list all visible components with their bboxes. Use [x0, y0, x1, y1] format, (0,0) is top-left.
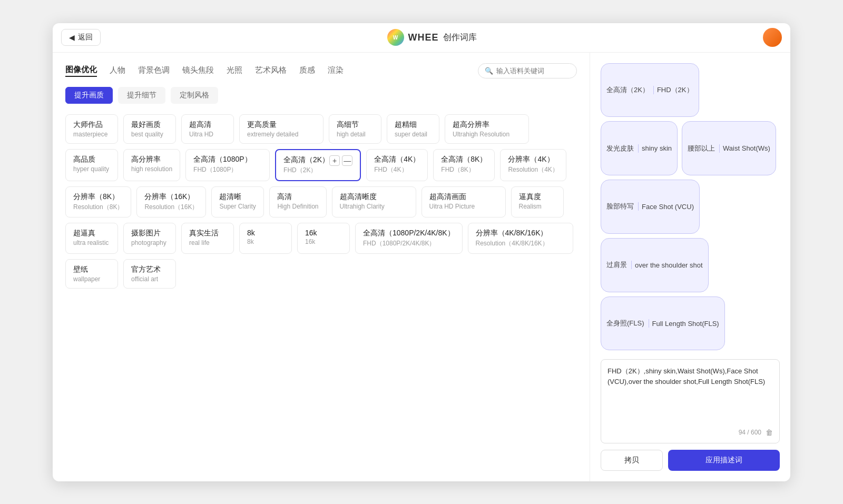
selected-tag-fhd2k-en[interactable]: FHD（2K）	[654, 83, 699, 97]
tag-res-multi[interactable]: 分辨率（4K/8K/16K） Resolution（4K/8K/16K）	[468, 223, 573, 254]
trash-icon[interactable]: 🗑	[766, 428, 773, 437]
tag-res-16k[interactable]: 分辨率（16K） Resolution（16K）	[136, 186, 206, 218]
tag-official-art[interactable]: 官方艺术 official art	[123, 259, 176, 289]
selected-tag-shoulder-en[interactable]: over the shoulder shot	[632, 259, 708, 271]
tag-fhd-1080p[interactable]: 全高清（1080P） FHD（1080P）	[185, 149, 270, 181]
tag-fhd-2k[interactable]: 全高清（2K） + — FHD（2K）	[275, 149, 361, 181]
selected-tag-waist-shot[interactable]: 腰部以上 Waist Shot(Ws)	[682, 121, 776, 175]
selected-tag-shiny-en[interactable]: shiny skin	[639, 142, 677, 154]
sub-tabs: 提升画质 提升细节 定制风格	[65, 87, 577, 104]
tag-ultra-hd[interactable]: 超高清 Uitra HD	[181, 114, 234, 144]
left-panel: 图像优化 人物 背景色调 镜头焦段 光照 艺术风格 质感 渲染 🔍 提升画质 提…	[53, 53, 590, 481]
tag-real-life[interactable]: 真实生活 real life	[181, 223, 234, 254]
selected-tag-fhd2k-cn[interactable]: 全高清（2K）	[601, 83, 653, 97]
back-button[interactable]: ◀ 返回	[61, 29, 101, 46]
tag-super-detail[interactable]: 超精细 super detail	[387, 114, 439, 144]
logo-text: WHEE	[408, 32, 439, 43]
tag-add-btn[interactable]: +	[329, 155, 340, 166]
tag-wallpaper[interactable]: 壁纸 wallpaper	[65, 259, 118, 289]
tag-high-def[interactable]: 高清 High Definition	[269, 186, 326, 218]
category-bg-tone[interactable]: 背景色调	[138, 65, 170, 76]
tag-ultrahigh-clarity[interactable]: 超高清晰度 Ultrahigh Clarity	[332, 186, 416, 218]
category-person[interactable]: 人物	[110, 65, 125, 76]
search-box: 🔍	[478, 63, 577, 78]
tag-fhd-2k-header: 全高清（2K） + —	[283, 155, 352, 166]
category-nav: 图像优化 人物 背景色调 镜头焦段 光照 艺术风格 质感 渲染 🔍	[65, 63, 577, 78]
header: ◀ 返回 W WHEE 创作词库	[53, 23, 790, 53]
tag-hyper-quality[interactable]: 高品质 hyper quality	[65, 149, 118, 181]
tag-photography[interactable]: 摄影图片 photography	[123, 223, 176, 254]
selected-tag-full-length[interactable]: 全身照(FLS) Full Length Shot(FLS)	[601, 297, 725, 351]
category-lighting[interactable]: 光照	[227, 65, 242, 76]
tags-grid: 大师作品 masterpiece 最好画质 best quality 超高清 U…	[65, 114, 577, 289]
prompt-area: FHD（2K）,shiny skin,Waist Shot(Ws),Face S…	[601, 359, 780, 443]
tag-remove-btn[interactable]: —	[342, 155, 352, 166]
tag-high-res[interactable]: 高分辨率 high resolution	[123, 149, 180, 181]
back-arrow-icon: ◀	[69, 33, 75, 42]
selected-tag-fhd2k[interactable]: 全高清（2K） FHD（2K）	[601, 63, 699, 117]
tag-high-detail[interactable]: 高细节 high detail	[329, 114, 381, 144]
tag-ultrahigh-res[interactable]: 超高分辨率 Ultrahigh Resolution	[445, 114, 529, 144]
selected-tag-face-shot[interactable]: 脸部特写 Face Shot (VCU)	[601, 180, 700, 234]
tag-fhd-multi[interactable]: 全高清（1080P/2K/4K/8K） FHD（1080P/2K/4K/8K）	[355, 223, 463, 254]
back-label: 返回	[78, 33, 93, 42]
search-icon: 🔍	[485, 67, 493, 75]
selected-tags: 全高清（2K） FHD（2K） 发光皮肤 shiny skin 腰部以上 Wai…	[601, 63, 780, 351]
selected-tag-face-en[interactable]: Face Shot (VCU)	[639, 201, 699, 213]
tag-masterpiece[interactable]: 大师作品 masterpiece	[65, 114, 118, 144]
tag-16k[interactable]: 16k 16k	[297, 223, 350, 254]
app-window: ◀ 返回 W WHEE 创作词库 图像优化 人物 背景色调 镜头焦段 光照 艺术…	[53, 23, 790, 481]
selected-tag-waist-en[interactable]: Waist Shot(Ws)	[720, 142, 776, 154]
tag-fhd-4k[interactable]: 全高清（4K） FHD（4K）	[366, 149, 428, 181]
selected-tag-waist-cn[interactable]: 腰部以上	[682, 142, 719, 155]
main-layout: 图像优化 人物 背景色调 镜头焦段 光照 艺术风格 质感 渲染 🔍 提升画质 提…	[53, 53, 790, 481]
logo-subtitle: 创作词库	[443, 32, 477, 43]
apply-button[interactable]: 应用描述词	[668, 450, 780, 471]
prompt-count: 94 / 600	[739, 429, 761, 436]
category-lens-focus[interactable]: 镜头焦段	[182, 65, 214, 76]
search-input[interactable]	[496, 67, 570, 75]
tag-8k[interactable]: 8k 8k	[239, 223, 292, 254]
selected-tag-shiny-skin[interactable]: 发光皮肤 shiny skin	[601, 121, 678, 175]
logo-icon: W	[387, 29, 404, 46]
category-image-opt[interactable]: 图像优化	[65, 65, 97, 77]
selected-tag-full-cn[interactable]: 全身照(FLS)	[601, 317, 649, 330]
right-panel: 全高清（2K） FHD（2K） 发光皮肤 shiny skin 腰部以上 Wai…	[590, 53, 790, 481]
tag-fhd-2k-actions: + —	[329, 155, 352, 166]
avatar[interactable]	[763, 28, 782, 47]
copy-button[interactable]: 拷贝	[601, 450, 663, 471]
selected-tag-face-cn[interactable]: 脸部特写	[601, 200, 638, 213]
tag-res-8k[interactable]: 分辨率（8K） Resolution（8K）	[65, 186, 131, 218]
selected-tag-over-shoulder[interactable]: 过肩景 over the shoulder shot	[601, 238, 709, 292]
action-buttons: 拷贝 应用描述词	[601, 450, 780, 471]
selected-tag-shoulder-cn[interactable]: 过肩景	[601, 258, 631, 272]
prompt-footer: 94 / 600 🗑	[607, 428, 773, 437]
tag-super-clarity[interactable]: 超清晰 Super Clarity	[211, 186, 264, 218]
sub-tab-enhance-quality[interactable]: 提升画质	[65, 87, 113, 104]
tag-res-4k[interactable]: 分辨率（4K） Resolution（4K）	[500, 149, 566, 181]
category-art-style[interactable]: 艺术风格	[255, 65, 287, 76]
tag-ultra-real[interactable]: 超逼真 ultra realistic	[65, 223, 118, 254]
tag-ext-detail[interactable]: 更高质量 extremely detailed	[239, 114, 324, 144]
prompt-text[interactable]: FHD（2K）,shiny skin,Waist Shot(Ws),Face S…	[607, 366, 773, 424]
sub-tab-enhance-detail[interactable]: 提升细节	[118, 87, 165, 104]
selected-tag-full-en[interactable]: Full Length Shot(FLS)	[649, 318, 724, 330]
logo-area: W WHEE 创作词库	[387, 29, 477, 46]
sub-tab-custom-style[interactable]: 定制风格	[171, 87, 218, 104]
category-texture[interactable]: 质感	[299, 65, 315, 76]
category-render[interactable]: 渲染	[328, 65, 344, 76]
tag-realism[interactable]: 逼真度 Realism	[511, 186, 564, 218]
selected-tag-shiny-cn[interactable]: 发光皮肤	[601, 142, 638, 155]
tag-ultra-hd-pic[interactable]: 超高清画面 Uitra HD Picture	[422, 186, 506, 218]
tag-fhd-8k[interactable]: 全高清（8K） FHD（8K）	[433, 149, 495, 181]
tag-best-quality[interactable]: 最好画质 best quality	[123, 114, 176, 144]
